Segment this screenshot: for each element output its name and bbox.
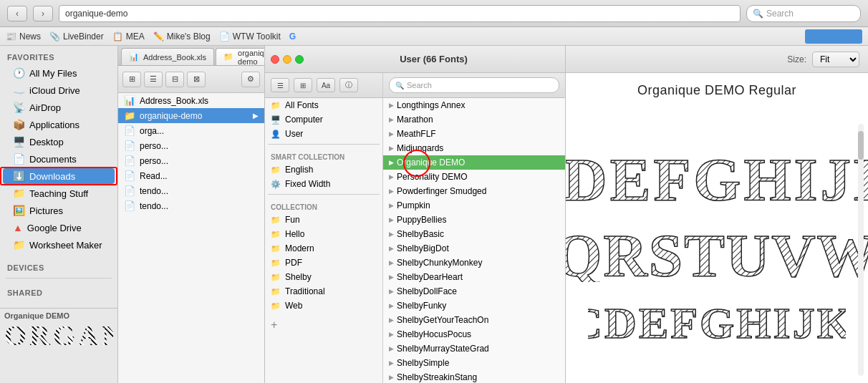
file-orga[interactable]: 📄orga... — [118, 123, 264, 138]
add-collection-btn[interactable]: + — [271, 319, 277, 331]
forward-button[interactable]: › — [33, 6, 53, 21]
bookmark-mikes-blog[interactable]: ✏️ Mike's Blog — [153, 31, 211, 42]
sidebar-item-airdrop[interactable]: 📡AirDrop — [3, 100, 115, 115]
size-select[interactable]: Fit 24pt 48pt 72pt — [812, 52, 859, 67]
tab-favicon: 📁 — [223, 52, 233, 62]
font-marathon[interactable]: ▶Marathon — [383, 112, 565, 127]
coll-traditional[interactable]: 📁 Traditional — [265, 284, 382, 299]
font-organique-demo[interactable]: ▶Organique DEMO — [383, 155, 565, 170]
collections-toolbar: ☰ ⊞ Aa ⓘ — [265, 73, 382, 98]
minimize-button[interactable] — [283, 55, 291, 64]
sidebar-item-worksheet-maker[interactable]: 📁Worksheet Maker — [3, 237, 115, 253]
address-text: organique-demo — [65, 9, 127, 19]
font-shelby-funky[interactable]: ▶ShelbyFunky — [383, 299, 565, 313]
font-shelby-getyourteachon[interactable]: ▶ShelbyGetYourTeachOn — [383, 313, 565, 327]
bookmark-wtw-toolkit[interactable]: 📄 WTW Toolkit — [219, 31, 281, 42]
font-pumpkin[interactable]: ▶Pumpkin — [383, 198, 565, 213]
collection-label: Collection — [265, 198, 382, 213]
font-shelby-hocuspocus[interactable]: ▶ShelbyHocusPocus — [383, 327, 565, 341]
sidebar-item-downloads[interactable]: ⬇️Downloads — [3, 168, 115, 184]
font-powderfinger[interactable]: ▶Powderfinger Smudged — [383, 184, 565, 198]
sidebar-item-teaching-stuff[interactable]: 📁Teaching Stuff — [3, 185, 115, 201]
view-cover-btn[interactable]: ⊟ — [165, 72, 184, 87]
info-btn[interactable]: ⓘ — [339, 78, 358, 92]
size-label: Size: — [787, 54, 806, 64]
bottom-preview-text: ORGANIC — [4, 321, 113, 350]
file-perso1[interactable]: 📄perso... — [118, 138, 264, 153]
font-shelby-simple[interactable]: ▶ShelbySimple — [383, 356, 565, 370]
sidebar-item-all-my-files[interactable]: 🕐All My Files — [3, 65, 115, 81]
font-size-btn[interactable]: Aa — [317, 78, 335, 92]
search-placeholder: Search — [766, 9, 794, 19]
view-list-btn[interactable]: ☰ — [271, 78, 289, 92]
font-book-header: User (66 Fonts) — [265, 46, 565, 73]
font-puppybellies[interactable]: ▶PuppyBellies — [383, 213, 565, 227]
file-perso2[interactable]: 📄perso... — [118, 153, 264, 168]
shared-label: Shared — [0, 281, 117, 300]
bookmark-news[interactable]: 📰 News — [6, 31, 41, 42]
font-longthings[interactable]: ▶Longthings Annex — [383, 98, 565, 112]
files-list: 📊 Address_Book.xls 📁 organique-demo ▶ 📄o… — [118, 93, 264, 383]
view-list-btn[interactable]: ☰ — [144, 72, 163, 87]
sidebar-item-google-drive[interactable]: ▲Google Drive — [3, 220, 115, 236]
file-address-book[interactable]: 📊 Address_Book.xls — [118, 93, 264, 108]
sidebar-item-documents[interactable]: 📄Documents — [3, 151, 115, 167]
view-columns-btn[interactable]: ⊠ — [187, 72, 206, 87]
coll-fun[interactable]: 📁 Fun — [265, 213, 382, 227]
address-bar[interactable]: organique-demo — [59, 5, 741, 22]
font-shelby-basic[interactable]: ▶ShelbyBasic — [383, 227, 565, 241]
file-read[interactable]: 📄Read... — [118, 168, 264, 183]
coll-pdf[interactable]: 📁 PDF — [265, 256, 382, 270]
font-search-input[interactable]: 🔍 Search — [389, 77, 559, 93]
browser-toolbar: ‹ › organique-demo 🔍 Search — [0, 0, 868, 27]
maximize-button[interactable] — [295, 55, 304, 64]
favorites-label: Favorites — [0, 46, 117, 64]
preview-line1: ABCDEFGHIJKLM NOPQRSTUVWXYZ ABCDEFGHIJKL… — [566, 142, 868, 206]
action-btn[interactable]: ⚙ — [241, 72, 260, 87]
view-grid-btn[interactable]: ⊞ — [294, 78, 312, 92]
browser-search-box[interactable]: 🔍 Search — [746, 5, 861, 22]
font-personality[interactable]: ▶Personality DEMO — [383, 170, 565, 184]
coll-user[interactable]: 👤 User — [265, 127, 382, 141]
coll-english[interactable]: 📁 English — [265, 163, 382, 177]
font-shelby-chunky[interactable]: ▶ShelbyChunkyMonkey — [383, 256, 565, 270]
file-tendo2[interactable]: 📄tendo... — [118, 198, 264, 213]
bookmark-mea[interactable]: 📋 MEA — [112, 31, 145, 42]
font-meathflf[interactable]: ▶MeathFLF — [383, 127, 565, 141]
font-midjungards[interactable]: ▶Midjungards — [383, 141, 565, 155]
coll-fixed-width[interactable]: ⚙️ Fixed Width — [265, 177, 382, 191]
coll-all-fonts[interactable]: 📁 All Fonts — [265, 98, 382, 112]
font-list-toolbar: 🔍 Search — [383, 73, 565, 98]
preview-toolbar: Size: Fit 24pt 48pt 72pt — [566, 46, 868, 73]
tab-label: organique-demo — [238, 49, 265, 66]
close-button[interactable] — [271, 55, 279, 64]
file-tendo1[interactable]: 📄tendo... — [118, 183, 264, 198]
sidebar-item-applications[interactable]: 📦Applications — [3, 117, 115, 132]
svg-text:ABCDEFGHIJKLM: ABCDEFGHIJKLM — [566, 146, 868, 206]
font-shelby-murray[interactable]: ▶ShelbyMurrayStateGrad — [383, 341, 565, 356]
tab-address-book[interactable]: 📊 Address_Book.xls — [121, 48, 214, 65]
finder-files-toolbar: ⊞ ☰ ⊟ ⊠ ⚙ — [118, 66, 264, 93]
preview-scrollbar[interactable] — [858, 124, 864, 376]
bookmark-livebinder[interactable]: 📎 LiveBinder — [49, 31, 104, 42]
view-icon-btn[interactable]: ⊞ — [122, 72, 141, 87]
font-shelby-streakin[interactable]: ▶ShelbyStreakinStang — [383, 370, 565, 383]
sidebar-item-icloud-drive[interactable]: ☁️iCloud Drive — [3, 82, 115, 98]
font-shelby-dollface[interactable]: ▶ShelbyDollFace — [383, 284, 565, 299]
font-book-title: User (66 Fonts) — [308, 54, 559, 64]
coll-computer[interactable]: 🖥️ Computer — [265, 112, 382, 127]
font-search-placeholder: Search — [407, 81, 432, 89]
tab-organique-demo[interactable]: 📁 organique-demo — [216, 48, 265, 65]
file-organique-demo[interactable]: 📁 organique-demo ▶ — [118, 108, 264, 123]
sidebar-item-pictures[interactable]: 🖼️Pictures — [3, 203, 115, 218]
coll-modern[interactable]: 📁 Modern — [265, 241, 382, 256]
back-button[interactable]: ‹ — [7, 6, 27, 21]
sidebar-item-desktop[interactable]: 🖥️Desktop — [3, 134, 115, 150]
font-shelby-bigdot[interactable]: ▶ShelbyBigDot — [383, 241, 565, 256]
coll-hello[interactable]: 📁 Hello — [265, 227, 382, 241]
preview-font-name: Organique DEMO Regular — [566, 73, 868, 102]
bookmark-g[interactable]: G — [289, 31, 296, 42]
font-shelby-dearheart[interactable]: ▶ShelbyDearHeart — [383, 270, 565, 284]
coll-shelby[interactable]: 📁 Shelby — [265, 270, 382, 284]
coll-web[interactable]: 📁 Web — [265, 299, 382, 313]
